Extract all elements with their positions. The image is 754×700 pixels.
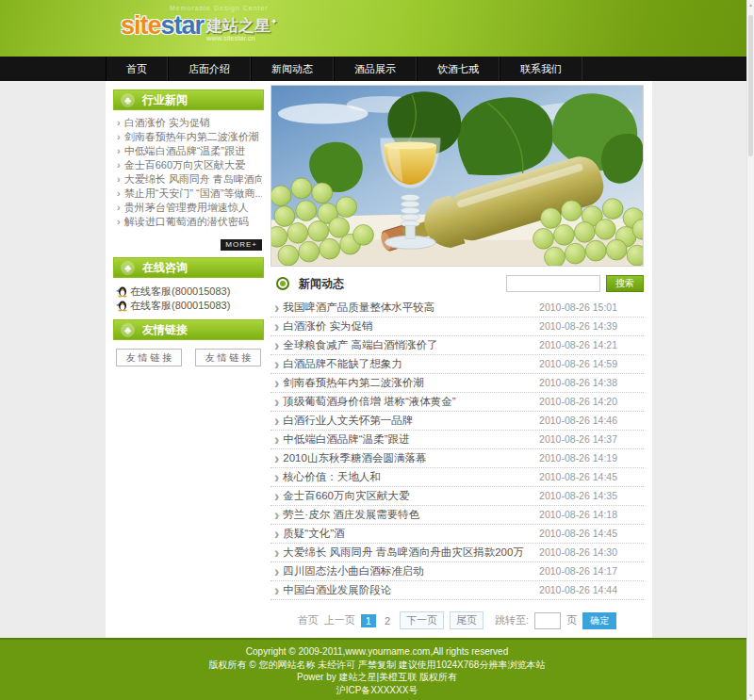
qq-list: 在线客服(800015083) xyxy=(113,278,264,319)
news-row: 2010山东秋季糖酒会圆满落幕 2010-08-26 14:19 xyxy=(270,449,644,468)
clover-icon xyxy=(121,261,135,275)
qq-icon xyxy=(115,285,127,298)
sidebar-news-item[interactable]: 金士百660万向灾区献大爱 xyxy=(115,158,262,172)
sidebar-qq-title: 在线咨询 xyxy=(142,260,188,276)
nav-list: 首页店面介绍新闻动态酒品展示饮酒七戒联系我们 xyxy=(0,57,754,81)
news-title-link[interactable]: 剑南春预热年内第二波涨价潮 xyxy=(283,374,539,392)
search-button[interactable]: 搜索 xyxy=(606,275,644,292)
scrollbar-thumb[interactable] xyxy=(748,15,753,156)
pagination-next[interactable]: 下一页 xyxy=(400,611,444,629)
news-title-link[interactable]: 我国啤酒产品质量整体水平较高 xyxy=(283,299,539,317)
target-icon xyxy=(276,277,289,290)
pagination-first[interactable]: 首页 xyxy=(298,613,319,627)
page-jump-input[interactable] xyxy=(534,612,561,629)
arrow-bullet-icon xyxy=(274,581,279,599)
sidebar-news-item[interactable]: 白酒涨价 实为促销 xyxy=(115,116,262,130)
footer-line: 沪ICP备XXXXXX号 xyxy=(0,684,754,697)
news-title-link[interactable]: 核心价值：天地人和 xyxy=(283,468,539,486)
news-row: 我国啤酒产品质量整体水平较高 2010-08-26 15:01 xyxy=(270,299,644,317)
news-title-link[interactable]: 全球粮食减产 高端白酒悄涨价了 xyxy=(283,336,539,354)
pagination-confirm-button[interactable]: 确定 xyxy=(582,612,616,629)
content-area: 行业新闻 白酒涨价 实为促销 剑南春预热年内第二波涨价潮 中低端白酒品牌“温柔”… xyxy=(106,81,652,638)
news-row: 质疑“文化”酒 2010-08-26 14:45 xyxy=(270,525,644,544)
news-title-link[interactable]: 四川固态法小曲白酒标准启动 xyxy=(283,562,539,580)
news-title-link[interactable]: 白酒品牌不能缺了想象力 xyxy=(283,355,539,373)
clover-icon xyxy=(121,93,135,107)
qq-service-label: 在线客服(800015083) xyxy=(130,285,230,299)
pagination-page[interactable]: 1 xyxy=(361,614,376,627)
search-input[interactable] xyxy=(506,275,600,292)
scroll-up-icon[interactable]: ▲ xyxy=(747,2,754,8)
scrollbar[interactable]: ▲ ▼ xyxy=(746,0,754,700)
friend-link-button[interactable]: 友 情 链 接 xyxy=(116,349,182,366)
news-row: 中国白酒业发展阶段论 2010-08-26 14:44 xyxy=(270,581,644,600)
news-title-link[interactable]: 顶级葡萄酒身价倍增 堪称“液体黄金” xyxy=(283,393,539,411)
scroll-down-icon[interactable]: ▼ xyxy=(747,692,754,698)
news-title-link[interactable]: 中低端白酒品牌“温柔”跟进 xyxy=(283,431,539,448)
arrow-bullet-icon xyxy=(117,117,121,128)
sidebar-news-text: 白酒涨价 实为促销 xyxy=(124,117,210,128)
sidebar-news-item[interactable]: 解读进口葡萄酒的潜伏密码 xyxy=(115,215,262,229)
news-title-link[interactable]: 白酒行业人文关怀第一品牌 xyxy=(283,412,539,430)
pagination: 首页 上一页 12 下一页 尾页 跳转至: 页 确定 xyxy=(270,611,644,629)
nav-item[interactable]: 酒品展示 xyxy=(334,57,417,81)
news-date: 2010-08-26 14:45 xyxy=(539,525,617,543)
news-date: 2010-08-26 14:18 xyxy=(539,506,617,524)
arrow-bullet-icon xyxy=(274,449,279,467)
arrow-bullet-icon xyxy=(274,468,279,486)
arrow-bullet-icon xyxy=(117,159,121,171)
sidebar-news-text: 禁止用“天安门” “国酒”等做商... xyxy=(124,187,262,199)
news-title-link[interactable]: 白酒涨价 实为促销 xyxy=(283,317,539,335)
sidebar-news-item[interactable]: 剑南春预热年内第二波涨价潮 xyxy=(115,130,262,144)
pagination-pages: 12 xyxy=(361,614,394,627)
sidebar-news-item[interactable]: 中低端白酒品牌“温柔”跟进 xyxy=(115,144,262,158)
qq-service-item[interactable]: 在线客服(800015083) xyxy=(115,285,262,299)
news-row: 中低端白酒品牌“温柔”跟进 2010-08-26 14:37 xyxy=(270,431,644,449)
arrow-bullet-icon xyxy=(117,202,121,213)
nav-item[interactable]: 店面介绍 xyxy=(168,57,251,81)
news-title-link[interactable]: 大爱绵长 风雨同舟 青岛啤酒向舟曲灾区捐款200万 xyxy=(283,544,539,562)
sidebar-news-item[interactable]: 大爱绵长 风雨同舟 青岛啤酒向... xyxy=(115,172,262,187)
sidebar-news-text: 剑南春预热年内第二波涨价潮 xyxy=(124,131,259,142)
arrow-bullet-icon xyxy=(274,393,279,411)
footer: Copyright © 2009-2011,www.yourname.com,A… xyxy=(0,638,754,700)
qq-service-item[interactable]: 在线客服(800015083) xyxy=(115,299,262,313)
pagination-page[interactable]: 2 xyxy=(381,614,394,627)
news-title-link[interactable]: 2010山东秋季糖酒会圆满落幕 xyxy=(283,449,539,467)
friend-link-button[interactable]: 友 情 链 接 xyxy=(195,349,261,366)
more-row: MORE+ xyxy=(113,234,262,251)
sidebar-news-item[interactable]: 贵州茅台管理费用增速惊人 xyxy=(115,201,262,215)
pagination-prev[interactable]: 上一页 xyxy=(324,613,355,627)
sidebar: 行业新闻 白酒涨价 实为促销 剑南春预热年内第二波涨价潮 中低端白酒品牌“温柔”… xyxy=(113,90,264,376)
more-button[interactable]: MORE+ xyxy=(221,239,262,251)
qq-service-label: 在线客服(800015083) xyxy=(130,299,230,313)
news-title-link[interactable]: 质疑“文化”酒 xyxy=(283,525,539,543)
news-title-link[interactable]: 中国白酒业发展阶段论 xyxy=(283,581,539,599)
logo-url: www.sitestar.cn xyxy=(206,35,278,42)
arrow-bullet-icon xyxy=(274,336,279,354)
news-title-link[interactable]: 金士百660万向灾区献大爱 xyxy=(283,487,539,505)
nav-item[interactable]: 联系我们 xyxy=(500,57,582,81)
site-logo[interactable]: Memorable Design Center sitestar 建站之星✦ w… xyxy=(121,5,278,42)
news-date: 2010-08-26 14:17 xyxy=(539,562,617,580)
arrow-bullet-icon xyxy=(274,544,279,562)
news-row: 劳兰·皮尔 酒庄发展需要特色 2010-08-26 14:18 xyxy=(270,506,644,525)
arrow-bullet-icon xyxy=(274,317,279,335)
news-date: 2010-08-26 15:01 xyxy=(539,299,617,317)
nav-item[interactable]: 新闻动态 xyxy=(251,57,334,81)
sidebar-news-text: 金士百660万向灾区献大爱 xyxy=(124,159,245,171)
news-date: 2010-08-26 14:37 xyxy=(539,431,617,448)
news-row: 顶级葡萄酒身价倍增 堪称“液体黄金” 2010-08-26 14:20 xyxy=(270,393,644,412)
pagination-last[interactable]: 尾页 xyxy=(450,611,484,629)
friend-links-row: 友 情 链 接友 情 链 接 xyxy=(113,340,264,376)
nav-item[interactable]: 首页 xyxy=(106,57,168,81)
sidebar-news-text: 中低端白酒品牌“温柔”跟进 xyxy=(124,145,245,156)
sidebar-news-item[interactable]: 禁止用“天安门” “国酒”等做商... xyxy=(115,187,262,201)
sidebar-news-list: 白酒涨价 实为促销 剑南春预热年内第二波涨价潮 中低端白酒品牌“温柔”跟进 金士… xyxy=(113,110,264,231)
nav-item[interactable]: 饮酒七戒 xyxy=(417,57,500,81)
news-date: 2010-08-26 14:45 xyxy=(539,468,617,486)
news-date: 2010-08-26 14:44 xyxy=(539,581,617,599)
arrow-bullet-icon xyxy=(274,355,279,373)
news-title-link[interactable]: 劳兰·皮尔 酒庄发展需要特色 xyxy=(283,506,539,524)
sidebar-news-text: 解读进口葡萄酒的潜伏密码 xyxy=(124,216,249,227)
